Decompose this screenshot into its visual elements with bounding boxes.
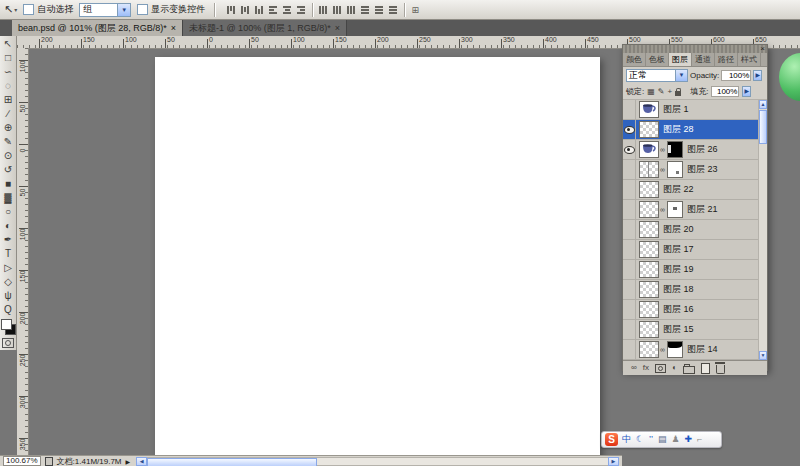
scrollbar-thumb[interactable] <box>147 458 317 466</box>
gradient-tool[interactable]: ▓ <box>1 191 16 205</box>
path-selection-tool[interactable]: ▷ <box>1 261 16 275</box>
checkbox-icon[interactable] <box>23 4 34 15</box>
layer-thumbnail[interactable] <box>639 221 659 238</box>
checkbox-icon[interactable] <box>137 4 148 15</box>
distribute-vertical-centers-button[interactable] <box>331 4 343 16</box>
layer-thumbnail[interactable] <box>639 121 659 138</box>
align-left-edges-button[interactable] <box>267 4 279 16</box>
layer-row[interactable]: 图层 18 <box>623 280 767 300</box>
align-top-edges-button[interactable] <box>225 4 237 16</box>
layer-thumbnail[interactable] <box>639 261 659 278</box>
link-layers-icon[interactable]: ∞ <box>631 363 637 373</box>
fill-field[interactable]: 100% <box>711 86 739 97</box>
pen-tool[interactable]: ✒ <box>1 233 16 247</box>
layer-row[interactable]: 图层 28 <box>623 120 767 140</box>
quick-selection-tool[interactable]: ◌ <box>1 79 16 93</box>
visibility-toggle[interactable] <box>623 260 636 280</box>
layer-thumbnail[interactable] <box>639 321 659 338</box>
horizontal-scrollbar[interactable]: ◀ ▶ <box>136 457 619 466</box>
lock-image-pixels-icon[interactable]: ✎ <box>658 87 665 97</box>
lock-position-icon[interactable]: + <box>668 87 673 97</box>
layer-mask-thumbnail[interactable] <box>667 161 683 178</box>
lasso-tool[interactable]: ∽ <box>1 65 16 79</box>
status-menu-arrow-icon[interactable]: ▶ <box>126 458 131 465</box>
history-brush-tool[interactable]: ↺ <box>1 163 16 177</box>
layer-thumbnail[interactable] <box>639 281 659 298</box>
align-horizontal-centers-button[interactable] <box>281 4 293 16</box>
layer-row[interactable]: 图层 20 <box>623 220 767 240</box>
visibility-toggle[interactable] <box>623 140 636 160</box>
panel-tab[interactable]: 通道 <box>692 53 715 66</box>
panel-tab[interactable]: 样式 <box>738 53 761 66</box>
blend-mode-dropdown[interactable]: 正常 ▼ <box>626 69 688 82</box>
visibility-toggle[interactable] <box>623 200 636 220</box>
document-tab-inactive[interactable]: 未标题-1 @ 100% (图层 1, RGB/8)* × <box>183 20 347 36</box>
align-bottom-edges-button[interactable] <box>253 4 265 16</box>
scroll-left-icon[interactable]: ◀ <box>136 457 147 466</box>
eyedropper-tool[interactable]: ∕ <box>1 107 16 121</box>
distribute-left-edges-button[interactable] <box>359 4 371 16</box>
distribute-top-edges-button[interactable] <box>317 4 329 16</box>
foreground-color-swatch[interactable] <box>1 319 12 330</box>
layer-row[interactable]: ∞图层 14 <box>623 340 767 360</box>
lock-all-icon[interactable] <box>675 91 681 96</box>
close-icon[interactable]: × <box>760 45 765 53</box>
layer-mask-thumbnail[interactable] <box>667 201 683 218</box>
clone-stamp-tool[interactable]: ⊙ <box>1 149 16 163</box>
layer-row[interactable]: ∞图层 23 <box>623 160 767 180</box>
show-transform-checkbox[interactable]: 显示变换控件 <box>137 3 205 16</box>
visibility-toggle[interactable] <box>623 160 636 180</box>
new-group-icon[interactable] <box>683 366 695 374</box>
visibility-toggle[interactable] <box>623 180 636 200</box>
visibility-toggle[interactable] <box>623 100 636 120</box>
close-icon[interactable]: × <box>335 23 340 33</box>
layer-style-icon[interactable]: fx <box>643 363 649 373</box>
panel-tab[interactable]: 色板 <box>646 53 669 66</box>
opacity-field[interactable]: 100% <box>721 70 751 81</box>
layer-mask-thumbnail[interactable] <box>667 141 683 158</box>
zoom-level-field[interactable]: 100.67% <box>3 456 41 466</box>
scroll-right-icon[interactable]: ▶ <box>608 457 619 466</box>
layer-row[interactable]: 图层 1 <box>623 100 767 120</box>
document-tab-active[interactable]: bean.psd @ 101% (图层 28, RGB/8)* × <box>12 20 183 36</box>
visibility-toggle[interactable] <box>623 320 636 340</box>
shape-tool[interactable]: ◇ <box>1 275 16 289</box>
layer-thumbnail[interactable] <box>639 101 659 118</box>
panel-tab[interactable]: 图层 <box>669 53 692 66</box>
punctuation-toggle-icon[interactable]: ’’ <box>649 432 653 447</box>
crop-tool[interactable]: ⊞ <box>1 93 16 107</box>
distribute-bottom-edges-button[interactable] <box>345 4 357 16</box>
chinese-mode-icon[interactable]: 中 <box>622 432 631 447</box>
hand-tool[interactable]: ψ <box>1 289 16 303</box>
layer-mask-thumbnail[interactable] <box>667 341 683 358</box>
toolbox-icon[interactable]: ⌐ <box>697 432 702 447</box>
blur-tool[interactable]: ○ <box>1 205 16 219</box>
close-icon[interactable]: × <box>171 23 176 33</box>
marquee-tool[interactable]: □ <box>1 51 16 65</box>
layer-thumbnail[interactable] <box>639 201 659 218</box>
dodge-tool[interactable]: ◐ <box>1 219 16 233</box>
distribute-horizontal-centers-button[interactable] <box>373 4 385 16</box>
new-adjustment-layer-icon[interactable]: ◐ <box>672 363 677 373</box>
visibility-toggle[interactable] <box>623 340 636 360</box>
panel-title-bar[interactable]: × <box>623 45 767 53</box>
fullwidth-toggle-icon[interactable]: ☾ <box>636 432 644 447</box>
layer-thumbnail[interactable] <box>639 341 659 358</box>
chevron-down-icon[interactable]: ▼ <box>117 4 130 16</box>
align-vertical-centers-button[interactable] <box>239 4 251 16</box>
account-icon[interactable]: ♟ <box>671 432 679 447</box>
scroll-down-icon[interactable]: ▼ <box>759 351 767 360</box>
layer-thumbnail[interactable] <box>639 141 659 158</box>
brush-tool[interactable]: ✎ <box>1 135 16 149</box>
layer-thumbnail[interactable] <box>639 181 659 198</box>
auto-select-checkbox[interactable]: 自动选择 <box>23 3 73 16</box>
visibility-toggle[interactable] <box>623 300 636 320</box>
layer-row[interactable]: 图层 15 <box>623 320 767 340</box>
panel-scrollbar[interactable]: ▲ ▼ <box>758 100 767 360</box>
layer-row[interactable]: 图层 17 <box>623 240 767 260</box>
move-tool[interactable]: ↖ <box>1 37 16 51</box>
sogou-logo-icon[interactable]: S <box>605 433 618 446</box>
opacity-spinner[interactable]: ▶ <box>753 70 762 81</box>
scrollbar-track[interactable] <box>147 457 608 466</box>
type-tool[interactable]: T <box>1 247 16 261</box>
